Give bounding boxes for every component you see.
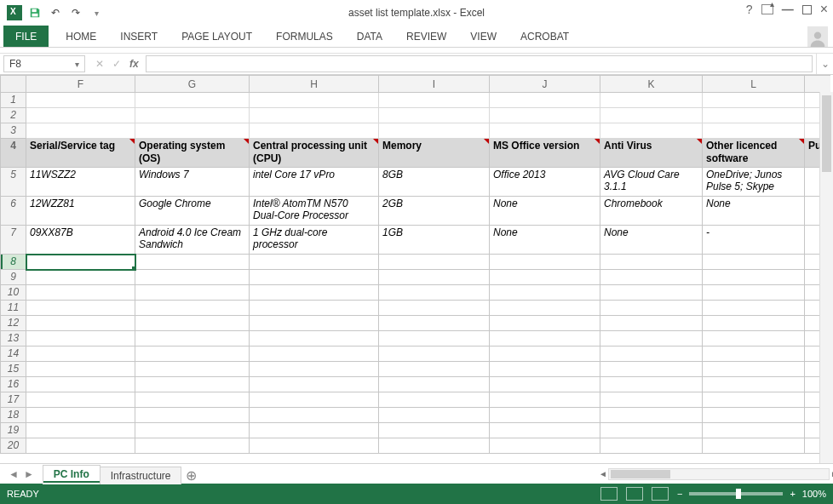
tab-page-layout[interactable]: PAGE LAYOUT: [169, 26, 264, 47]
cell-G11[interactable]: [135, 301, 250, 316]
cell-L14[interactable]: [703, 346, 805, 362]
cell-J1[interactable]: [490, 93, 600, 108]
name-box[interactable]: F8 ▾: [3, 55, 85, 72]
cell-F8[interactable]: [26, 255, 135, 270]
cell-J3[interactable]: [490, 123, 600, 139]
col-header-G[interactable]: G: [135, 76, 250, 93]
tab-acrobat[interactable]: ACROBAT: [508, 26, 581, 47]
cell-F17[interactable]: [26, 392, 135, 408]
cell-H10[interactable]: [250, 285, 379, 301]
redo-icon[interactable]: ↷: [68, 5, 83, 20]
cell-F1[interactable]: [26, 93, 135, 108]
name-box-dropdown-icon[interactable]: ▾: [75, 60, 79, 69]
row-header-14[interactable]: 14: [1, 346, 26, 362]
cell-L5[interactable]: OneDrive; Junos Pulse 5; Skype: [703, 168, 805, 197]
sheet-tab-infrastructure[interactable]: Infrastructure: [100, 467, 182, 484]
cell-F15[interactable]: [26, 362, 135, 377]
cell-L18[interactable]: [703, 408, 805, 423]
cell-F3[interactable]: [26, 123, 135, 139]
cell-J15[interactable]: [490, 362, 600, 377]
row-header-4[interactable]: 4: [1, 139, 26, 168]
col-header-J[interactable]: J: [490, 76, 600, 93]
zoom-out-icon[interactable]: −: [677, 489, 682, 499]
row-header-3[interactable]: 3: [1, 123, 26, 139]
cell-L10[interactable]: [703, 285, 805, 301]
cell-L16[interactable]: [703, 377, 805, 392]
cell-G19[interactable]: [135, 423, 250, 438]
enter-formula-icon[interactable]: ✓: [112, 58, 121, 70]
cell-L20[interactable]: [703, 438, 805, 454]
cell-L15[interactable]: [703, 362, 805, 377]
row-header-13[interactable]: 13: [1, 331, 26, 346]
cell-J5[interactable]: Office 2013: [490, 168, 600, 197]
cell-G3[interactable]: [135, 123, 250, 139]
undo-icon[interactable]: ↶: [48, 5, 63, 20]
cell-K17[interactable]: [600, 392, 703, 408]
minimize-icon[interactable]: —: [782, 3, 794, 15]
account-picture-icon[interactable]: [807, 26, 828, 47]
cell-K6[interactable]: Chromebook: [600, 197, 703, 226]
cell-F19[interactable]: [26, 423, 135, 438]
cell-L6[interactable]: None: [703, 197, 805, 226]
ribbon-display-options-icon[interactable]: ▴: [761, 4, 773, 14]
cell-H18[interactable]: [250, 408, 379, 423]
header-cell-I[interactable]: Memory: [379, 139, 490, 168]
cell-G10[interactable]: [135, 285, 250, 301]
tab-data[interactable]: DATA: [345, 26, 394, 47]
row-header-20[interactable]: 20: [1, 438, 26, 454]
cell-G20[interactable]: [135, 438, 250, 454]
col-header-I[interactable]: I: [379, 76, 490, 93]
cell-L12[interactable]: [703, 316, 805, 331]
row-header-7[interactable]: 7: [1, 226, 26, 255]
cell-G8[interactable]: [135, 255, 250, 270]
cell-H6[interactable]: Intel® AtomTM N570 Dual-Core Processor: [250, 197, 379, 226]
cell-F6[interactable]: 12WZZ81: [26, 197, 135, 226]
row-header-11[interactable]: 11: [1, 301, 26, 316]
cell-K14[interactable]: [600, 346, 703, 362]
cell-F11[interactable]: [26, 301, 135, 316]
row-header-1[interactable]: 1: [1, 93, 26, 108]
cell-G2[interactable]: [135, 108, 250, 123]
normal-view-icon[interactable]: [600, 487, 618, 501]
cell-L3[interactable]: [703, 123, 805, 139]
cell-H3[interactable]: [250, 123, 379, 139]
cell-H7[interactable]: 1 GHz dual-core processor: [250, 226, 379, 255]
cell-J13[interactable]: [490, 331, 600, 346]
cell-L11[interactable]: [703, 301, 805, 316]
cell-L13[interactable]: [703, 331, 805, 346]
cell-L2[interactable]: [703, 108, 805, 123]
cell-H1[interactable]: [250, 93, 379, 108]
cell-L1[interactable]: [703, 93, 805, 108]
cell-K20[interactable]: [600, 438, 703, 454]
new-sheet-icon[interactable]: ⊕: [181, 467, 201, 484]
page-break-view-icon[interactable]: [652, 487, 669, 501]
cell-K10[interactable]: [600, 285, 703, 301]
cell-J9[interactable]: [490, 270, 600, 285]
cell-I2[interactable]: [379, 108, 490, 123]
cell-L7[interactable]: -: [703, 226, 805, 255]
row-header-19[interactable]: 19: [1, 423, 26, 438]
zoom-in-icon[interactable]: +: [790, 489, 795, 499]
row-header-17[interactable]: 17: [1, 392, 26, 408]
row-header-10[interactable]: 10: [1, 285, 26, 301]
cell-G14[interactable]: [135, 346, 250, 362]
cell-I11[interactable]: [379, 301, 490, 316]
sheet-nav-next-icon[interactable]: ►: [24, 468, 34, 480]
cell-L19[interactable]: [703, 423, 805, 438]
cell-I13[interactable]: [379, 331, 490, 346]
header-cell-G[interactable]: Operating system (OS): [135, 139, 250, 168]
row-header-2[interactable]: 2: [1, 108, 26, 123]
cell-K3[interactable]: [600, 123, 703, 139]
cell-J18[interactable]: [490, 408, 600, 423]
cell-F16[interactable]: [26, 377, 135, 392]
col-header-H[interactable]: H: [250, 76, 379, 93]
cell-K7[interactable]: None: [600, 226, 703, 255]
help-icon[interactable]: ?: [746, 3, 753, 15]
cell-F12[interactable]: [26, 316, 135, 331]
hscroll-left-icon[interactable]: ◄: [597, 469, 609, 479]
cell-J16[interactable]: [490, 377, 600, 392]
vertical-scrollbar[interactable]: [819, 92, 833, 463]
col-header-L[interactable]: L: [703, 76, 805, 93]
cancel-formula-icon[interactable]: ✕: [95, 58, 104, 70]
cell-I8[interactable]: [379, 255, 490, 270]
